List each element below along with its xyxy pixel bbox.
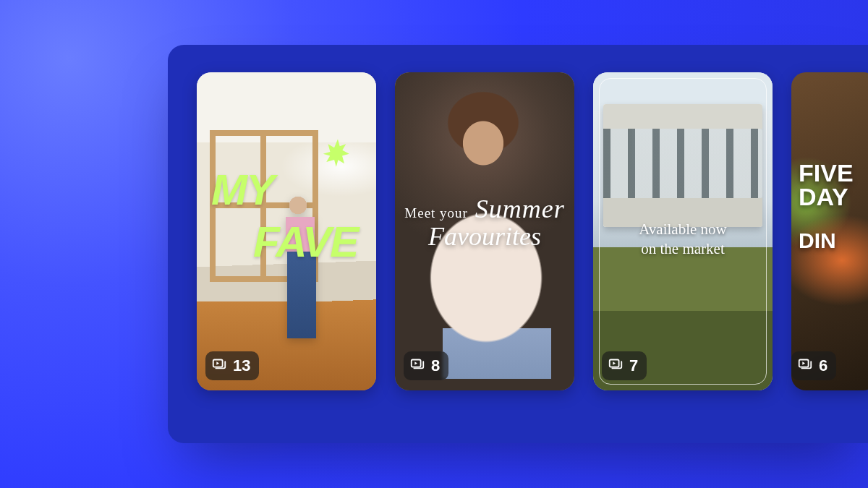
overlay-text: Available now on the market bbox=[593, 220, 773, 260]
svg-marker-3 bbox=[414, 361, 417, 365]
page-count-value: 13 bbox=[233, 356, 250, 375]
video-stack-icon bbox=[797, 356, 813, 376]
overlay-text-line1: MY bbox=[211, 165, 273, 215]
overlay-text: FIVE DAY DIN bbox=[799, 159, 854, 253]
overlay-text-em: Summer bbox=[475, 194, 565, 223]
page-count-value: 8 bbox=[431, 356, 440, 375]
svg-marker-1 bbox=[216, 361, 219, 365]
page-count-badge: 7 bbox=[602, 351, 647, 380]
overlay-text-line1: Available now bbox=[593, 220, 773, 239]
overlay-text-line2: FAVE bbox=[253, 217, 357, 267]
overlay-text: Meet your Summer Favourites bbox=[395, 194, 574, 252]
page-count-badge: 6 bbox=[791, 351, 836, 380]
template-card[interactable]: Meet your Summer Favourites 8 bbox=[395, 72, 574, 390]
video-stack-icon bbox=[608, 356, 624, 376]
page-count-value: 7 bbox=[629, 356, 638, 375]
svg-marker-7 bbox=[802, 361, 805, 365]
template-card[interactable]: Available now on the market 7 bbox=[593, 72, 773, 390]
template-card[interactable]: MY FAVE 13 bbox=[197, 72, 376, 390]
overlay-text-intro: Meet your bbox=[404, 205, 468, 221]
video-stack-icon bbox=[409, 356, 425, 376]
overlay-text-line2: DAY bbox=[799, 183, 854, 211]
page-count-value: 6 bbox=[819, 356, 827, 375]
video-stack-icon bbox=[211, 356, 227, 376]
overlay-text-line2: on the market bbox=[593, 239, 773, 259]
template-carousel-panel: MY FAVE 13 Meet your Summer Favourites bbox=[168, 45, 868, 443]
page-count-badge: 13 bbox=[205, 351, 259, 380]
page-count-badge: 8 bbox=[404, 351, 448, 380]
template-card[interactable]: FIVE DAY DIN 6 bbox=[791, 72, 868, 390]
sparkle-icon bbox=[318, 136, 357, 175]
overlay-text-line2: Favourites bbox=[395, 221, 574, 252]
svg-marker-5 bbox=[613, 361, 616, 365]
overlay-text-line3: DIN bbox=[799, 228, 854, 253]
